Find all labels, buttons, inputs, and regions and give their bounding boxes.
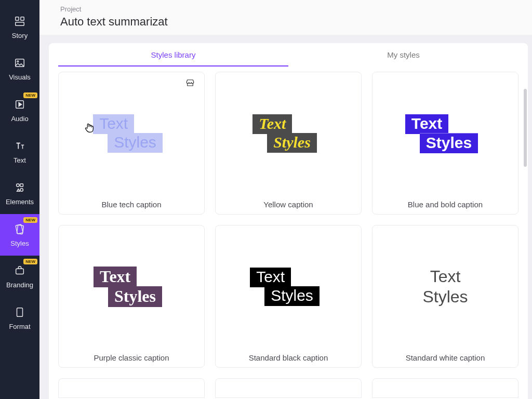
card-label: Standard white caption [373, 348, 518, 367]
sidebar-item-visuals[interactable]: Visuals [0, 48, 39, 89]
scrollbar-track[interactable] [523, 68, 528, 203]
sidebar-label: Text [14, 156, 26, 164]
svg-rect-7 [20, 183, 23, 187]
preview-line1: Text [94, 267, 137, 287]
preview-line1: Text [252, 114, 292, 134]
card-preview: Text Styles [216, 72, 361, 195]
card-label: Standard black caption [216, 348, 361, 367]
preview-line2: Styles [108, 286, 162, 307]
branding-icon [14, 264, 26, 277]
new-badge: NEW [23, 217, 37, 223]
card-preview: Text Styles [59, 72, 204, 195]
tabs-row: Styles library My styles [58, 43, 518, 66]
visuals-icon [14, 57, 26, 69]
svg-point-6 [17, 183, 19, 187]
content-panel: Styles library My styles Tex [49, 43, 528, 399]
card-preview: Text Styles [216, 225, 361, 348]
preview-line2: Styles [422, 287, 468, 307]
style-card-yellow[interactable]: Text Styles Yellow caption [215, 72, 362, 215]
styles-grid-scroll[interactable]: Text Styles Blue tech caption Text Style… [49, 66, 528, 399]
preview-line2: Styles [267, 133, 317, 153]
sidebar-item-story[interactable]: Story [0, 6, 39, 48]
style-card-blue-bold[interactable]: Text Styles Blue and bold caption [372, 72, 518, 215]
sidebar-label: Format [9, 323, 30, 330]
preview-line1: Text [405, 114, 448, 134]
sidebar-item-styles[interactable]: NEW Styles [0, 214, 39, 256]
style-card-partial[interactable] [58, 378, 205, 398]
sidebar-label: Styles [10, 240, 29, 247]
styles-grid: Text Styles Blue tech caption Text Style… [58, 72, 518, 398]
new-badge: NEW [23, 92, 37, 98]
project-title: Auto text summarizat [60, 15, 511, 29]
card-preview: Text Styles [373, 72, 518, 195]
hand-cursor-icon [84, 122, 95, 135]
text-icon [14, 140, 26, 152]
main-area: Project Auto text summarizat Styles libr… [39, 0, 532, 399]
tab-my-styles[interactable]: My styles [288, 43, 518, 66]
style-card-partial[interactable] [215, 378, 362, 398]
sidebar-label: Elements [6, 198, 34, 206]
sidebar-item-audio[interactable]: NEW Audio [0, 89, 39, 131]
sidebar-label: Audio [11, 115, 28, 123]
preview-line1: Text [250, 268, 291, 287]
sidebar-item-branding[interactable]: NEW Branding [0, 256, 39, 297]
svg-rect-0 [16, 17, 19, 20]
sidebar-label: Story [12, 32, 28, 39]
format-icon [14, 306, 26, 318]
card-label: Yellow caption [216, 195, 361, 214]
sidebar-item-elements[interactable]: Elements [0, 172, 39, 214]
story-icon [14, 15, 26, 28]
svg-rect-12 [17, 308, 23, 316]
svg-rect-11 [16, 269, 24, 274]
style-card-purple-classic[interactable]: Text Styles Purple classic caption [58, 225, 205, 368]
card-preview: Text Styles [373, 225, 518, 348]
left-sidebar: Story Visuals NEW Audio Text Elements NE… [0, 0, 39, 399]
tab-styles-library[interactable]: Styles library [58, 43, 288, 66]
scrollbar-thumb[interactable] [524, 89, 527, 167]
svg-point-8 [20, 188, 23, 191]
preview-line2: Styles [108, 133, 163, 153]
style-card-partial[interactable] [372, 378, 518, 398]
sidebar-label: Branding [6, 281, 33, 289]
card-label: Blue tech caption [59, 195, 204, 214]
preview-line2: Styles [420, 133, 478, 153]
shop-icon[interactable] [185, 78, 195, 87]
card-preview: Text Styles [59, 225, 204, 348]
project-label: Project [60, 5, 511, 13]
header: Project Auto text summarizat [39, 0, 532, 35]
card-label: Purple classic caption [59, 348, 204, 367]
new-badge: NEW [23, 259, 37, 264]
style-card-standard-black[interactable]: Text Styles Standard black caption [215, 225, 362, 368]
preview-line1: Text [430, 267, 461, 286]
svg-rect-1 [21, 17, 24, 20]
svg-point-4 [17, 60, 19, 62]
sidebar-label: Visuals [9, 73, 31, 81]
card-label: Blue and bold caption [373, 195, 518, 214]
sidebar-item-format[interactable]: Format [0, 297, 39, 339]
preview-line1: Text [93, 114, 134, 134]
preview-line2: Styles [264, 286, 320, 306]
svg-rect-2 [16, 22, 24, 25]
style-card-blue-tech[interactable]: Text Styles Blue tech caption [58, 72, 205, 215]
audio-icon [14, 98, 26, 111]
styles-icon [14, 223, 26, 235]
style-card-standard-white[interactable]: Text Styles Standard white caption [372, 225, 518, 368]
elements-icon [14, 181, 26, 194]
sidebar-item-text[interactable]: Text [0, 131, 39, 172]
